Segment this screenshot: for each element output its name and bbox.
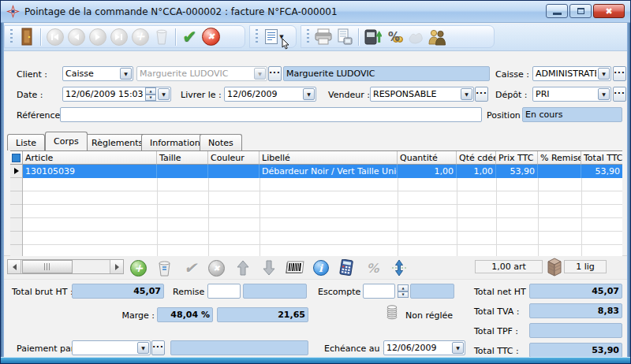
depot-browse-button[interactable]: ... (613, 87, 626, 102)
client-name-combo: Marguerite LUDOVIC ▼ (136, 66, 267, 81)
reorder-button[interactable] (389, 258, 409, 278)
vendeur-browse-button[interactable]: ... (475, 87, 488, 102)
escompte-pct-input[interactable] (363, 284, 395, 299)
total-tva-field: 8,83 (529, 303, 622, 318)
toolbar-grip[interactable] (10, 29, 13, 45)
divider (4, 279, 627, 280)
cross-gray-icon: ✖ (208, 260, 225, 277)
caisse-browse-button[interactable]: ... (613, 66, 626, 81)
window-frame-bottom (1, 357, 630, 363)
total-brut-label: Total brut HT : (12, 287, 70, 297)
tab-liste[interactable]: Liste (7, 134, 45, 150)
cancel-button[interactable]: ✖ (200, 26, 222, 47)
exit-button[interactable] (16, 26, 37, 47)
client-browse-button[interactable]: ... (268, 66, 282, 81)
row-selector-column (10, 178, 23, 256)
print-button[interactable] (312, 26, 334, 47)
paiement-combo[interactable]: ▼ (72, 340, 151, 355)
total-net-field: 45,07 (529, 284, 622, 299)
window-title: Pointage de la commande N°CCA-000002 : f… (24, 6, 338, 17)
scroll-right-button[interactable] (110, 260, 123, 273)
total-ttc-field: 53,90 (529, 343, 622, 358)
calculator-icon (339, 259, 355, 277)
chevron-down-icon[interactable]: ▼ (461, 88, 472, 100)
column-header-libelle[interactable]: Libellé (259, 151, 398, 165)
toolbar-grip[interactable] (307, 29, 309, 45)
depot-combo[interactable]: PRI ▼ (532, 87, 611, 102)
info-button[interactable]: i (311, 258, 330, 278)
minimize-icon (553, 13, 562, 15)
tab-notes[interactable]: Notes (200, 134, 242, 150)
column-header-couleur[interactable]: Couleur (208, 151, 259, 165)
paiement-browse-button[interactable]: ... (151, 340, 165, 355)
vendeur-combo[interactable]: RESPONSABLE ▼ (370, 87, 474, 102)
trash-line-icon (157, 259, 172, 277)
customers-icon (427, 28, 447, 46)
date-field[interactable]: 12/06/2009 15:03:28 ▲ ▼ ▼ (62, 87, 171, 102)
customers-button[interactable] (426, 26, 447, 47)
chevron-down-icon[interactable]: ▼ (137, 342, 149, 354)
column-header-prix-ttc[interactable]: Prix TTC (496, 151, 538, 165)
spin-up-icon: ▲ (398, 284, 409, 292)
chevron-down-icon[interactable]: ▼ (158, 88, 170, 100)
marge-label: Marge : (119, 310, 155, 321)
add-icon: + (132, 28, 149, 46)
grid-empty-area[interactable] (10, 178, 622, 256)
column-header-qte-cdee[interactable]: Qté cdée (457, 151, 496, 165)
echeance-combo[interactable]: 12/06/2009 ▼ (383, 340, 465, 355)
toolbar-grip[interactable] (256, 29, 258, 45)
scrollbar-thumb[interactable] (22, 260, 73, 273)
date-spinner[interactable]: ▲ ▼ (145, 87, 156, 101)
client-type-combo[interactable]: Caisse ▼ (62, 66, 133, 81)
tab-corps[interactable]: Corps (45, 132, 88, 150)
horizontal-scrollbar[interactable] (7, 259, 124, 274)
column-header-quantite[interactable]: Quantité (398, 151, 457, 165)
nav-next-button (87, 26, 108, 47)
select-all-icon (12, 154, 21, 162)
column-header-total-ttc[interactable]: Total TTC (581, 151, 622, 165)
mouse-cursor (282, 39, 289, 50)
column-header-article[interactable]: Article (23, 151, 157, 165)
payment-terminal-button[interactable] (362, 26, 383, 47)
move-down-button[interactable] (259, 258, 278, 278)
chevron-down-icon[interactable]: ▼ (120, 68, 132, 80)
caisse-combo[interactable]: ADMINISTRATE ▼ (532, 66, 611, 81)
chevron-down-icon[interactable]: ▼ (598, 68, 610, 80)
marge-pct-field: 48,04 % (157, 307, 213, 322)
remise-pct-input[interactable] (207, 284, 241, 299)
livrer-combo[interactable]: 12/06/2009 ▼ (224, 87, 316, 102)
move-up-button[interactable] (233, 258, 252, 278)
document-menu-button[interactable]: ▼ (261, 26, 288, 47)
calculator-button[interactable] (337, 258, 357, 278)
validate-button[interactable]: ✔ (179, 26, 200, 47)
minimize-button[interactable] (546, 4, 568, 18)
barcode-button[interactable] (285, 258, 304, 278)
statut-label: Non réglée (405, 310, 453, 321)
chevron-down-icon[interactable]: ▼ (452, 342, 464, 354)
spin-down-icon: ▼ (398, 292, 409, 299)
close-icon: ✖ (605, 6, 612, 17)
add-record-button: + (129, 26, 151, 47)
cell-article: 130105039 (23, 165, 157, 178)
select-all-cell[interactable] (10, 151, 23, 165)
add-line-button[interactable]: + (129, 258, 148, 278)
chevron-down-icon[interactable]: ▼ (303, 88, 315, 100)
cell-qte-cdee: 1,00 (457, 165, 496, 178)
escompte-spinner[interactable]: ▲ ▼ (398, 284, 409, 298)
export-document-button[interactable] (334, 26, 355, 47)
paiement-display-field (170, 340, 308, 355)
close-button[interactable]: ✖ (593, 4, 625, 18)
delete-line-button[interactable] (155, 258, 174, 278)
column-header-taille[interactable]: Taille (157, 151, 208, 165)
maximize-icon (577, 8, 584, 14)
percent-coins-button[interactable]: % (383, 26, 405, 47)
column-header-remise[interactable]: % Remise (538, 151, 581, 165)
delete-record-button (151, 26, 172, 47)
maximize-button[interactable] (569, 4, 592, 18)
reference-input[interactable] (60, 107, 482, 122)
chevron-down-icon[interactable]: ▼ (598, 88, 610, 100)
cancel-line-button: ✖ (207, 258, 226, 278)
row-selector-cell[interactable] (10, 165, 23, 178)
scroll-left-button[interactable] (8, 260, 21, 273)
table-row[interactable]: 130105039 Débardeur Noir / Vert Taille U… (10, 165, 622, 178)
